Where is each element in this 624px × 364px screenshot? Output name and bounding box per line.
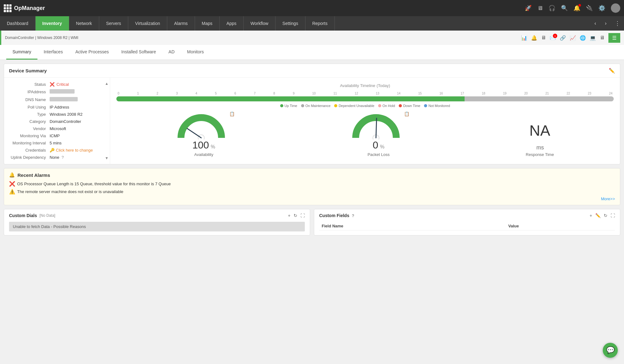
cf-add-icon[interactable]: + [590,213,592,218]
nav-next-arrow[interactable]: › [601,16,611,31]
cf-refresh-icon[interactable]: ↻ [604,213,607,218]
timeline-bar [116,96,614,101]
email-icon[interactable]: ✉️1 [550,35,556,41]
label-monitoring-via: Monitoring Via [9,133,50,138]
row-type: Type Windows 2008 R2 [4,111,110,118]
monitor-icon[interactable]: 🖥 [537,5,543,12]
expand-icon[interactable]: ⛶ [300,213,305,218]
settings-icon[interactable]: ⚙️ [598,5,605,12]
status-critical: ❌ Critical [50,82,69,87]
tab-active-processes[interactable]: Active Processes [69,45,115,60]
tab-virtualization[interactable]: Virtualization [128,16,167,31]
label-credentials: Credentials [9,148,50,153]
alarm-item-1: ❌ OS Processor Queue Length is 15 Queue,… [9,181,615,187]
legend-uptime: Up Time [280,104,297,108]
device-summary-card: Device Summary ✏️ ▲ Status ❌ Critical [4,64,620,164]
add-icon[interactable]: + [288,213,290,218]
availability-label: Availability [176,152,232,157]
headset-icon[interactable]: 🎧 [548,5,555,12]
bell-icon[interactable]: 🔔 [573,5,580,12]
value-monitoring-via: ICMP [50,133,60,138]
search-icon[interactable]: 🔍 [561,5,568,12]
timeline-legend: Up Time On Maintenance Dependent Unavail… [116,104,614,108]
availability-value: 100 [192,139,209,151]
responsetime-unit: ms [536,144,544,151]
page-tabs: Summary Interfaces Active Processes Inst… [0,45,624,60]
app-name: OpManager [14,5,45,12]
tab-apps[interactable]: Apps [220,16,244,31]
legend-notmonitored-label: Not Monitored [428,104,450,108]
tab-workflow[interactable]: Workflow [244,16,275,31]
row-dns: DNS Name [4,96,110,104]
custom-dials-header: Custom Dials [No Data] + ↻ ⛶ [9,213,305,218]
scroll-down-button[interactable]: ▼ [104,155,110,162]
uptime-segment [116,96,465,101]
refresh-icon[interactable]: ↻ [294,213,297,218]
rocket-icon[interactable]: 🚀 [525,5,532,12]
terminal-icon[interactable]: 💻 [590,35,596,41]
row-status: Status ❌ Critical [4,81,110,88]
device-summary-body: ▲ Status ❌ Critical IPAddress [4,78,620,164]
alert-icon[interactable]: 🔔 [531,35,537,41]
globe-icon[interactable]: 🌐 [580,35,586,41]
tab-network[interactable]: Network [69,16,99,31]
logo-area: OpManager [4,4,54,12]
nav-more-dots[interactable]: ⋮ [611,20,624,27]
tab-inventory[interactable]: Inventory [36,16,69,31]
help-icon[interactable]: ? [61,155,64,160]
packetloss-value-row: 0 % [351,139,406,151]
plug-icon[interactable]: 🔌 [586,5,593,12]
tab-alarms[interactable]: Alarms [167,16,195,31]
gauge-packetloss-icon[interactable]: 📋 [404,111,409,116]
custom-fields-table: Field Name Value [319,222,615,231]
cf-expand-icon[interactable]: ⛶ [611,213,615,218]
tab-maps[interactable]: Maps [195,16,220,31]
value-status: ❌ Critical [50,82,69,87]
value-vendor: Microsoft [50,126,66,131]
scroll-up-button[interactable]: ▲ [104,80,110,87]
availability-unit: % [211,144,215,149]
device-table: Status ❌ Critical IPAddress [4,78,110,164]
link-icon[interactable]: 🔗 [560,35,566,41]
tab-installed-software[interactable]: Installed Software [115,45,162,60]
edit-icon[interactable]: ✏️ [609,68,615,74]
label-uplink: Uplink Dependency [9,155,50,160]
tab-summary[interactable]: Summary [6,45,37,60]
help-icon-cf[interactable]: ? [352,213,354,218]
nav-prev-arrow[interactable]: ‹ [590,16,600,31]
nav-tabs: Dashboard Inventory Network Servers Virt… [0,16,624,31]
hamburger-button[interactable]: ☰ [608,33,620,43]
alarm-item-2: ⚠️ The remote server machine does not ex… [9,189,615,195]
legend-maintenance-label: On Maintenance [305,104,331,108]
tab-servers[interactable]: Servers [99,16,128,31]
tab-dashboard[interactable]: Dashboard [0,16,36,31]
tab-monitors[interactable]: Monitors [181,45,210,60]
tab-settings[interactable]: Settings [275,16,305,31]
availability-title: Availability Timeline (Today) [116,83,614,88]
alarms-section: 🔔 Recent Alarms ❌ OS Processor Queue Len… [4,168,620,205]
legend-notmonitored: Not Monitored [424,104,450,108]
value-monitoring-interval: 5 mins [50,141,61,145]
gauge-availability-icon[interactable]: 📋 [229,111,235,116]
credentials-link[interactable]: 🔑 Click here to change [50,148,93,153]
device-icon[interactable]: 🖥 [541,35,546,41]
graph-icon[interactable]: 📈 [570,35,576,41]
row-credentials: Credentials 🔑 Click here to change [4,147,110,154]
tab-reports[interactable]: Reports [305,16,335,31]
custom-dials-title: Custom Dials [No Data] [9,213,55,218]
screen-icon[interactable]: 🖥 [600,35,605,41]
tab-ad[interactable]: AD [162,45,181,60]
nav-end: ‹ › ⋮ [590,16,624,31]
label-vendor: Vendor [9,126,50,131]
value-poll: IP Address [50,105,69,109]
device-info-panel: ▲ Status ❌ Critical IPAddress [4,78,110,164]
custom-fields-title-text: Custom Fields [319,213,349,218]
bottom-row: Custom Dials [No Data] + ↻ ⛶ Unable to f… [4,209,620,235]
cf-edit-icon[interactable]: ✏️ [595,213,601,218]
avatar[interactable] [611,3,620,13]
custom-fields-icons: + ✏️ ↻ ⛶ [590,213,615,218]
custom-dials-title-text: Custom Dials [9,213,37,218]
chart-icon[interactable]: 📊 [521,35,527,41]
tab-interfaces[interactable]: Interfaces [37,45,69,60]
alarms-more-link[interactable]: More>> [9,197,615,201]
